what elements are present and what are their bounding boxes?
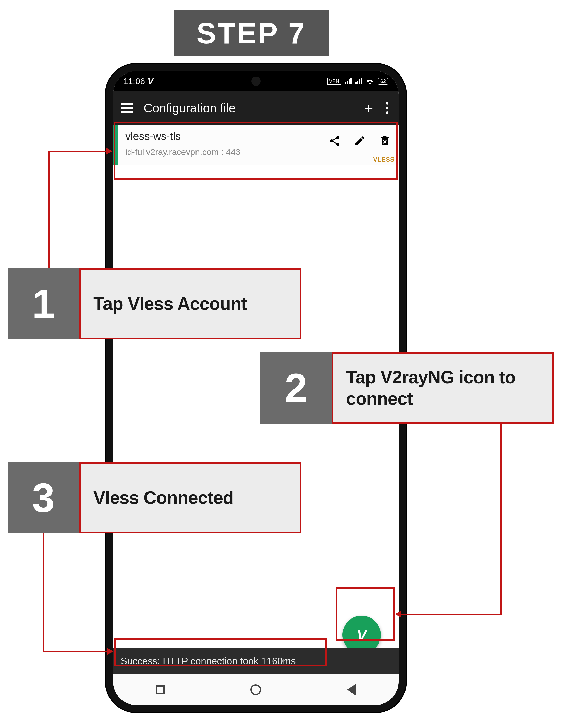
connector-2-vertical — [500, 424, 502, 615]
connector-2-arrow — [395, 611, 401, 618]
signal-icon-2 — [355, 78, 362, 84]
connector-3-arrow — [107, 648, 113, 655]
battery-indicator: 62 — [378, 78, 388, 85]
connector-2-horizontal — [401, 614, 502, 615]
callout-2-number: 2 — [260, 352, 332, 424]
status-app-glyph: V — [148, 76, 153, 86]
callout-2: 2 Tap V2rayNG icon to connect — [260, 352, 554, 424]
connector-1-arrow — [106, 148, 112, 155]
callout-3-number: 3 — [8, 462, 79, 533]
connector-1-horizontal — [48, 151, 107, 152]
camera-notch — [251, 77, 261, 86]
toast-message: Success: HTTP connection took 1160ms — [121, 656, 296, 666]
callout-2-text: Tap V2rayNG icon to connect — [332, 352, 554, 424]
recent-apps-button[interactable] — [156, 685, 165, 694]
toolbar-title: Configuration file — [144, 101, 364, 115]
menu-icon[interactable] — [121, 100, 136, 116]
more-options-button[interactable] — [383, 100, 391, 116]
home-button[interactable] — [250, 684, 261, 695]
add-config-button[interactable]: + — [364, 99, 373, 117]
connector-1-vertical — [48, 151, 50, 268]
config-actions — [329, 135, 391, 147]
signal-icon-1 — [345, 78, 352, 84]
callout-1: 1 Tap Vless Account — [8, 268, 301, 339]
status-right: VPN 62 — [327, 78, 388, 85]
protocol-badge: VLESS — [373, 156, 395, 163]
config-card-vless[interactable]: vless-ws-tls id-fullv2ray.racevpn.com : … — [113, 125, 399, 165]
step-badge: STEP 7 — [174, 10, 329, 56]
status-left: 11:06 V — [123, 76, 153, 86]
config-server: id-fullv2ray.racevpn.com : 443 — [125, 147, 391, 157]
status-time: 11:06 — [123, 76, 145, 86]
connector-3-vertical — [43, 533, 44, 652]
android-nav-bar — [113, 674, 399, 705]
callout-3-text: Vless Connected — [79, 462, 301, 533]
app-toolbar: Configuration file + — [113, 91, 399, 125]
vpn-indicator: VPN — [327, 78, 341, 85]
edit-icon[interactable] — [354, 135, 366, 147]
share-icon[interactable] — [329, 135, 341, 147]
back-button[interactable] — [347, 684, 356, 695]
v2ray-icon: V — [357, 626, 367, 644]
delete-icon[interactable] — [379, 135, 391, 147]
connector-3-horizontal — [43, 651, 108, 652]
wifi-icon — [365, 78, 374, 84]
callout-1-number: 1 — [8, 268, 79, 339]
status-toast: Success: HTTP connection took 1160ms — [113, 648, 399, 674]
callout-3: 3 Vless Connected — [8, 462, 301, 533]
callout-1-text: Tap Vless Account — [79, 268, 301, 339]
